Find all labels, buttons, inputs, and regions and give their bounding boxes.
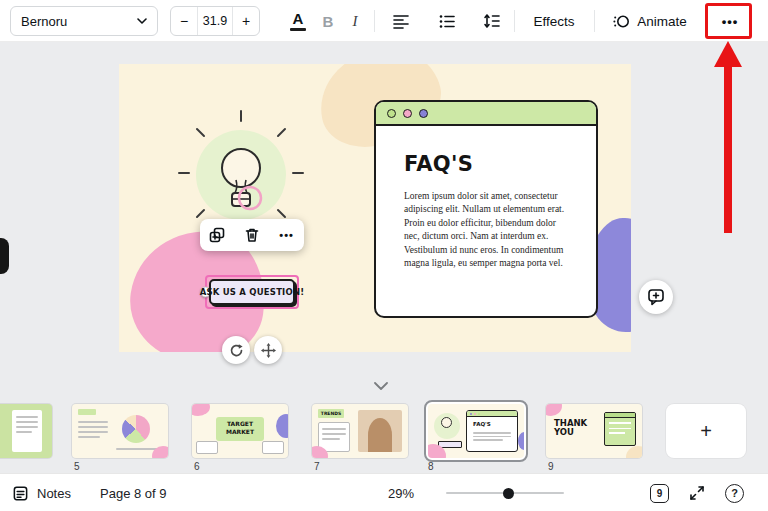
thumbnail-partial[interactable] <box>0 404 52 458</box>
text-align-icon <box>392 12 410 30</box>
element-more-options-button[interactable]: ••• <box>272 222 302 248</box>
font-size-decrease-button[interactable]: − <box>171 7 197 35</box>
text-color-button[interactable]: A <box>283 5 313 37</box>
zoom-slider-knob[interactable] <box>503 488 514 499</box>
notes-button[interactable]: Notes <box>12 474 71 511</box>
status-bar: Notes Page 8 of 9 29% 9 ? <box>0 473 768 511</box>
page-count-badge: 9 <box>650 484 669 503</box>
thumbnail-number: 7 <box>314 461 320 472</box>
slide-page-8[interactable]: FAQ'S Lorem ipsum dolor sit amet, consec… <box>119 64 631 352</box>
font-size-control: − 31.9 + <box>170 6 260 36</box>
thumbnail-page-7[interactable]: TRENDS 7 <box>312 404 408 458</box>
font-selector[interactable]: Bernoru <box>10 6 158 36</box>
animate-icon <box>613 13 630 30</box>
thumbnail-page-9[interactable]: THANK YOU 9 <box>546 404 642 458</box>
bullet-list-icon <box>438 12 456 30</box>
thumbnail-label: TARGET MARKET <box>216 420 264 435</box>
add-page-button[interactable]: + <box>666 404 746 458</box>
toolbar-separator <box>594 10 595 32</box>
window-dot-purple-icon <box>419 109 428 118</box>
animate-label: Animate <box>637 14 687 29</box>
font-size-value[interactable]: 31.9 <box>197 7 233 35</box>
alignment-button[interactable] <box>386 5 416 37</box>
thumbnail-page-6[interactable]: TARGET MARKET 6 <box>192 404 288 458</box>
move-icon <box>261 343 276 358</box>
faq-title[interactable]: FAQ'S <box>404 152 568 176</box>
more-options-button[interactable]: ••• <box>710 5 750 37</box>
thumbnail-page-5[interactable]: 5 <box>72 404 168 458</box>
element-context-toolbar: ••• <box>200 219 304 251</box>
thumbnail-number: 6 <box>194 461 200 472</box>
zoom-slider[interactable] <box>446 474 564 511</box>
font-size-increase-button[interactable]: + <box>233 7 259 35</box>
duplicate-button[interactable] <box>202 222 232 248</box>
grid-view-button[interactable]: 9 <box>650 474 669 511</box>
effects-button[interactable]: Effects <box>522 5 586 37</box>
page-filmstrip: 5 TARGET MARKET 6 TRENDS 7 <box>0 398 768 473</box>
text-color-letter: A <box>293 11 304 26</box>
fullscreen-icon <box>688 484 706 502</box>
filmstrip-collapse-button[interactable] <box>366 379 396 393</box>
rotate-icon <box>229 343 244 358</box>
selected-element-bounding-box[interactable]: ASK US A QUESTION! <box>205 275 299 309</box>
rotate-handle[interactable] <box>222 336 250 364</box>
window-dot-pink-icon <box>403 109 412 118</box>
chevron-down-icon <box>374 382 388 390</box>
comment-button[interactable] <box>639 280 673 314</box>
line-spacing-icon <box>483 12 501 30</box>
window-dot-green-icon <box>387 109 396 118</box>
spacing-button[interactable] <box>477 5 507 37</box>
delete-button[interactable] <box>237 222 267 248</box>
top-toolbar: Bernoru − 31.9 + A B I Effects <box>0 0 768 42</box>
faq-body-text[interactable]: Lorem ipsum dolor sit amet, consectetur … <box>404 190 570 271</box>
italic-button[interactable]: I <box>343 5 367 37</box>
thumbnail-number: 8 <box>428 461 434 472</box>
page-indicator: Page 8 of 9 <box>100 474 167 511</box>
thumbnail-label: TRENDS <box>318 409 344 418</box>
sidebar-collapse-tab[interactable] <box>0 238 9 274</box>
notes-label: Notes <box>37 486 71 501</box>
faq-card[interactable]: FAQ'S Lorem ipsum dolor sit amet, consec… <box>374 100 598 318</box>
duplicate-icon <box>209 227 225 243</box>
notes-icon <box>12 485 29 502</box>
fullscreen-button[interactable] <box>688 474 706 511</box>
chevron-down-icon <box>137 18 147 24</box>
animate-button[interactable]: Animate <box>602 5 698 37</box>
thumbnail-page-8-selected[interactable]: FAQ'S 8 <box>424 400 528 462</box>
thumbnail-label: THANK YOU <box>554 419 598 438</box>
thumbnail-number: 5 <box>74 461 80 472</box>
ask-question-badge[interactable]: ASK US A QUESTION! <box>209 279 295 305</box>
toolbar-separator <box>374 10 375 32</box>
trash-icon <box>244 227 260 243</box>
help-label: ? <box>725 484 744 503</box>
help-button[interactable]: ? <box>725 474 744 511</box>
text-color-bar <box>290 28 306 31</box>
font-name-value: Bernoru <box>21 14 67 29</box>
move-handle[interactable] <box>254 336 282 364</box>
thumbnail-label: FAQ'S <box>467 417 517 431</box>
zoom-value[interactable]: 29% <box>388 474 414 511</box>
list-button[interactable] <box>432 5 462 37</box>
comment-plus-icon <box>647 288 665 306</box>
faq-card-header <box>376 102 596 126</box>
toolbar-separator <box>514 10 515 32</box>
bold-button[interactable]: B <box>315 5 341 37</box>
thumbnail-number: 9 <box>548 461 554 472</box>
